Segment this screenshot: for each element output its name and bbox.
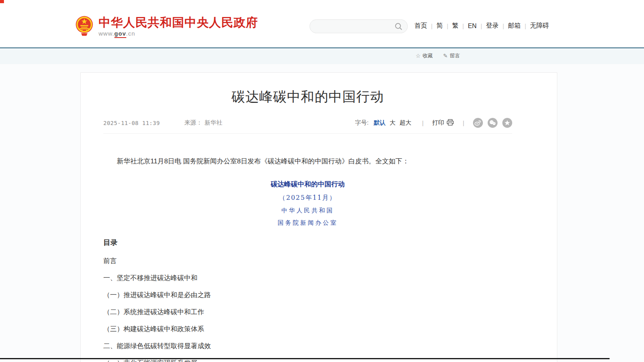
nav-separator: | [503, 23, 504, 29]
wechat-icon[interactable] [488, 118, 498, 128]
site-header: 中华人民共和国中央人民政府 www.gov.cn 首页 | 简 | 繁 | EN… [0, 0, 644, 47]
nav-mail[interactable]: 邮箱 [507, 22, 521, 30]
source-label: 来源： [184, 119, 202, 127]
fontsize-xlarge-button[interactable]: 超大 [399, 119, 411, 127]
nav-login[interactable]: 登录 [485, 22, 500, 30]
fontsize-default-button[interactable]: 默认 [374, 119, 386, 127]
favorite-label: 收藏 [423, 52, 433, 59]
toc-item-section2-1: （一）非化石能源实现跃升发展 [103, 360, 512, 362]
doc-title: 碳达峰碳中和的中国行动 [103, 180, 512, 189]
print-label: 打印 [432, 119, 444, 127]
nav-separator: | [431, 23, 433, 29]
article-meta-row: 2025-11-08 11:39 来源： 新华社 字号: 默认 大 超大 | 打… [103, 118, 512, 134]
nav-home[interactable]: 首页 [414, 22, 428, 30]
toc-item-section1: 一、坚定不移推进碳达峰碳中和 [103, 275, 512, 281]
toc-item-preface: 前言 [103, 258, 512, 264]
top-nav: 首页 | 简 | 繁 | EN | 登录 | 邮箱 | 无障碍 [414, 22, 550, 30]
comment-link[interactable]: ✎ 留言 [443, 52, 460, 59]
nav-simplified[interactable]: 简 [436, 22, 444, 30]
search-box[interactable] [310, 19, 408, 33]
fontsize-label: 字号: [355, 119, 369, 127]
share-icons [473, 118, 512, 128]
nav-separator: | [524, 23, 526, 29]
nav-traditional[interactable]: 繁 [451, 22, 459, 30]
nav-separator: | [447, 23, 448, 29]
doc-org-office: 国务院新闻办公室 [103, 219, 512, 227]
source-value[interactable]: 新华社 [205, 119, 222, 127]
toc-heading: 目录 [103, 238, 512, 247]
search-input[interactable] [315, 19, 395, 33]
publish-date: 2025-11-08 11:39 [103, 120, 160, 126]
corner-artifact [0, 0, 4, 3]
quick-links: ☆ 收藏 ✎ 留言 [416, 52, 460, 59]
nav-accessibility[interactable]: 无障碍 [529, 22, 550, 30]
comment-label: 留言 [450, 52, 460, 59]
weibo-icon[interactable] [473, 118, 483, 128]
toc-item-section1-2: （二）系统推进碳达峰碳中和工作 [103, 309, 512, 315]
print-button[interactable]: 打印 [432, 119, 454, 127]
printer-icon [446, 119, 454, 127]
qzone-icon[interactable] [502, 118, 512, 128]
meta-right: 字号: 默认 大 超大 | 打印 | [355, 118, 512, 128]
toc-item-section1-1: （一）推进碳达峰碳中和是必由之路 [103, 292, 512, 298]
meta-left: 2025-11-08 11:39 来源： 新华社 [103, 119, 222, 127]
toc-item-section1-3: （三）构建碳达峰碳中和政策体系 [103, 326, 512, 332]
lead-paragraph: 新华社北京11月8日电 国务院新闻办公室8日发布《碳达峰碳中和的中国行动》白皮书… [103, 155, 512, 168]
doc-org-country: 中华人民共和国 [103, 207, 512, 214]
article-card: 碳达峰碳中和的中国行动 2025-11-08 11:39 来源： 新华社 字号:… [80, 72, 557, 362]
star-icon: ☆ [416, 53, 421, 59]
nav-separator: | [462, 23, 464, 29]
national-emblem-icon [76, 16, 93, 38]
pencil-icon: ✎ [443, 53, 448, 59]
bottom-edge-artifact [0, 358, 610, 359]
meta-separator: | [422, 119, 424, 126]
fontsize-large-button[interactable]: 大 [389, 119, 395, 127]
site-url: www.gov.cn [99, 30, 258, 37]
article-title: 碳达峰碳中和的中国行动 [103, 87, 512, 106]
toc-item-section2: 二、能源绿色低碳转型取得显著成效 [103, 343, 512, 349]
site-logo[interactable]: 中华人民共和国中央人民政府 www.gov.cn [76, 16, 258, 38]
nav-english[interactable]: EN [467, 23, 477, 30]
nav-separator: | [481, 23, 482, 29]
doc-date: （2025年11月） [103, 194, 512, 202]
search-icon[interactable] [395, 23, 403, 30]
site-title: 中华人民共和国中央人民政府 [99, 16, 258, 29]
meta-separator: | [463, 119, 464, 126]
sub-header-band [0, 48, 644, 64]
favorite-link[interactable]: ☆ 收藏 [416, 52, 433, 59]
